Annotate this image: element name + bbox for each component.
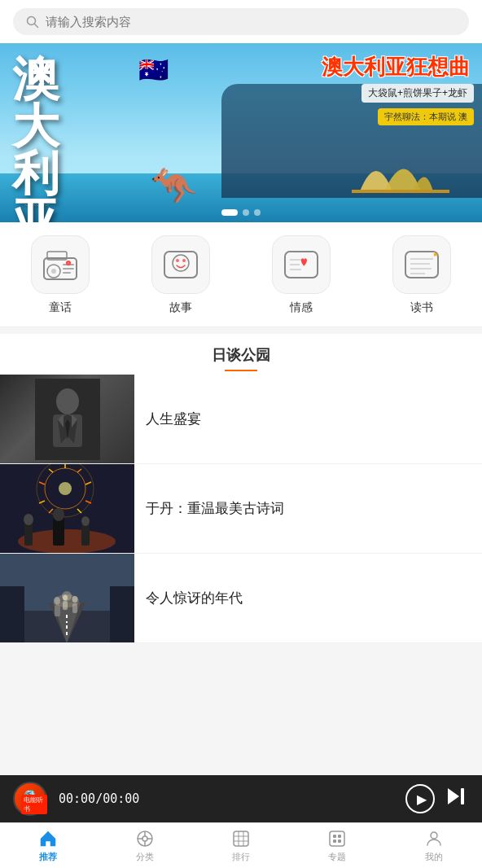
nav-rank-label: 排行 — [232, 851, 250, 863]
category-qinggan[interactable]: 情感 — [241, 235, 362, 320]
nav-category-label: 分类 — [136, 851, 154, 863]
nav-rank[interactable]: 排行 — [193, 823, 289, 868]
svg-point-45 — [53, 508, 64, 521]
svg-point-81 — [431, 832, 437, 839]
player-next-button[interactable] — [446, 787, 469, 811]
banner-subtitle: 大袋鼠+煎饼果子+龙虾 — [362, 84, 474, 103]
nav-mine[interactable]: 我的 — [386, 823, 482, 868]
svg-rect-51 — [0, 586, 24, 643]
player-thumb-wrap: 🎙️ 电能听书 — [13, 782, 47, 816]
list-item-3[interactable]: 令人惊讶的年代 — [0, 554, 482, 643]
category-dushu[interactable]: 读书 — [362, 235, 482, 320]
svg-point-13 — [173, 255, 189, 271]
svg-point-48 — [59, 482, 72, 495]
section-title: 日谈公园 — [0, 334, 482, 375]
svg-point-11 — [68, 262, 70, 265]
dot-1[interactable] — [221, 209, 238, 216]
dot-2[interactable] — [243, 209, 249, 216]
rank-icon — [231, 829, 251, 848]
svg-marker-63 — [448, 788, 459, 804]
nav-mine-label: 我的 — [425, 851, 443, 863]
search-input-wrap[interactable] — [13, 8, 469, 35]
svg-point-62 — [62, 591, 72, 601]
dot-3[interactable] — [254, 209, 261, 216]
svg-rect-52 — [110, 586, 134, 643]
list-item-2[interactable]: 于丹：重温最美古诗词 — [0, 464, 482, 554]
list-info-1: 人生盛宴 — [134, 397, 482, 442]
category-qinggan-icon-wrap — [272, 235, 331, 294]
banner-title: 澳大利亚狂想曲 — [322, 53, 470, 81]
nav-category[interactable]: 分类 — [96, 823, 192, 868]
skip-next-icon — [446, 787, 469, 806]
nav-home[interactable]: 推荐 — [0, 823, 96, 868]
play-icon: ▶ — [417, 791, 427, 807]
list-info-2: 于丹：重温最美古诗词 — [134, 486, 482, 532]
svg-rect-46 — [81, 523, 90, 546]
svg-rect-71 — [234, 831, 248, 846]
category-icon — [135, 829, 155, 848]
list-info-3: 令人惊讶的年代 — [134, 576, 482, 621]
category-dushu-icon-wrap — [392, 235, 451, 294]
svg-rect-44 — [53, 517, 64, 546]
emotion-icon — [282, 248, 321, 281]
nav-topic[interactable]: 专题 — [289, 823, 385, 868]
thumb-1-image — [35, 379, 100, 460]
topic-icon — [327, 829, 347, 848]
list-thumb-3 — [0, 554, 134, 643]
svg-point-27 — [56, 388, 79, 414]
category-gushi-icon-wrap — [151, 235, 210, 294]
banner-dots — [221, 209, 261, 216]
player-time: 00:00/00:00 — [59, 791, 394, 806]
list-thumb-2 — [0, 464, 134, 554]
list-title-3: 令人惊讶的年代 — [146, 589, 471, 608]
home-icon — [38, 829, 58, 848]
svg-rect-79 — [333, 840, 336, 843]
svg-rect-12 — [164, 252, 197, 278]
svg-rect-76 — [330, 831, 344, 846]
nav-home-label: 推荐 — [39, 851, 57, 863]
banner-tag: 宇然聊法：本期说 澳 — [378, 108, 474, 125]
svg-point-14 — [176, 259, 179, 262]
categories: 童话 故事 情感 — [0, 222, 482, 327]
bottom-nav: 推荐 分类 排行 专题 — [0, 822, 482, 868]
list-item-1[interactable]: 人生盛宴 — [0, 375, 482, 464]
category-qinggan-label: 情感 — [290, 300, 313, 315]
list-thumb-1 — [0, 375, 134, 464]
banner-main-text: 澳大利亚 — [12, 55, 58, 222]
list-title-1: 人生盛宴 — [146, 410, 471, 429]
thumb-3-image — [0, 554, 134, 643]
svg-rect-78 — [338, 835, 341, 838]
banner-flag-icon: 🇦🇺 — [138, 55, 169, 84]
search-icon — [26, 15, 39, 28]
category-tonghua-icon-wrap — [31, 235, 90, 294]
svg-rect-2 — [352, 190, 449, 193]
svg-point-66 — [142, 836, 147, 841]
player-bar: 🎙️ 电能听书 00:00/00:00 ▶ — [0, 775, 482, 822]
svg-rect-77 — [333, 835, 336, 838]
kangaroo-icon: 🦘 — [151, 164, 197, 208]
opera-house-icon — [352, 142, 449, 199]
player-play-button[interactable]: ▶ — [405, 784, 435, 813]
radio-icon — [41, 248, 80, 281]
svg-point-5 — [51, 269, 56, 274]
svg-point-15 — [182, 259, 186, 262]
svg-point-43 — [24, 514, 33, 525]
category-tonghua[interactable]: 童话 — [0, 235, 120, 320]
category-gushi[interactable]: 故事 — [120, 235, 241, 320]
list-title-2: 于丹：重温最美古诗词 — [146, 499, 471, 519]
svg-point-47 — [81, 516, 90, 526]
search-bar — [0, 0, 482, 43]
category-gushi-label: 故事 — [169, 300, 192, 315]
story-icon — [161, 248, 200, 281]
banner: 〰〰〰 澳大利亚 🇦🇺 澳大利亚狂想曲 大袋鼠+煎饼果子+龙虾 宇然聊法：本期说… — [0, 43, 482, 222]
svg-rect-80 — [338, 840, 341, 843]
category-tonghua-label: 童话 — [49, 300, 72, 315]
search-input[interactable] — [46, 15, 456, 28]
player-app-name: 电能听书 — [21, 795, 47, 814]
svg-line-1 — [35, 24, 38, 27]
thumb-2-image — [0, 464, 134, 554]
section-ritan: 日谈公园 人生盛宴 — [0, 334, 482, 643]
profile-icon — [424, 829, 444, 848]
category-dushu-label: 读书 — [410, 300, 433, 315]
nav-topic-label: 专题 — [328, 851, 346, 863]
